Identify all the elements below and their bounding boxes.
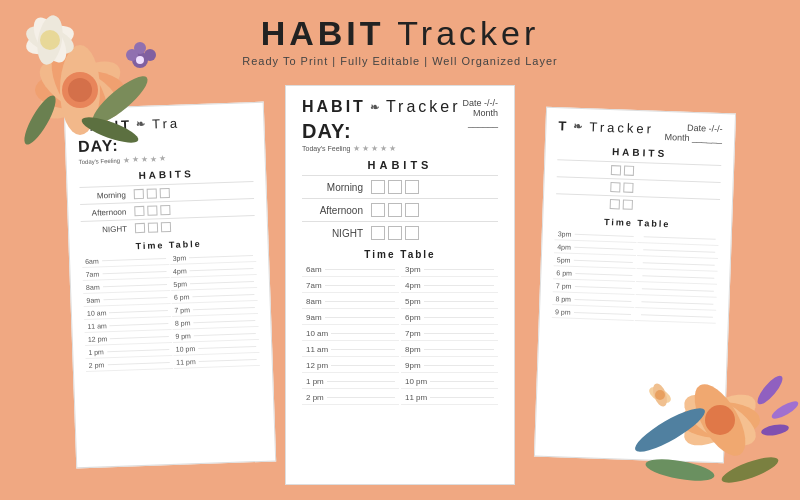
right-card: T ❧ Tracker Date -/-/- Month ______ HABI… <box>534 107 736 463</box>
center-habits-title: HABITS <box>302 159 498 171</box>
left-card-title: HABIT ❧ Tra <box>77 113 251 134</box>
heart-icon-right: ❧ <box>573 120 585 133</box>
time-cell: 12 pm <box>302 359 399 373</box>
left-habits-title: HABITS <box>79 166 253 183</box>
center-habit-night: NIGHT <box>302 221 498 244</box>
checkbox[interactable] <box>623 183 633 193</box>
time-cell: 6am <box>302 263 399 277</box>
time-cell: 4pm <box>401 279 498 293</box>
center-timetable-title: Time Table <box>302 249 498 260</box>
center-habit-morning: Morning <box>302 175 498 198</box>
center-time-grid: 6am 3pm 7am 4pm 8am 5pm 9am 6pm 10 am 7p… <box>302 263 498 405</box>
checkbox[interactable] <box>135 223 145 233</box>
left-card: HABIT ❧ Tra DAY: Today's Feeling ★★★★★ H… <box>64 102 276 469</box>
time-cell <box>634 309 716 324</box>
center-date-area: Date -/-/- Month ______ <box>461 98 498 128</box>
checkbox[interactable] <box>161 222 171 232</box>
checkbox[interactable] <box>405 203 419 217</box>
center-day-label: DAY: <box>302 120 461 143</box>
feeling-stars: ★★★★★ <box>123 154 166 164</box>
left-time-grid: 6am 3pm 7am 4pm 8am 5pm 9am 6 pm 10 am 7… <box>82 250 260 372</box>
time-cell: 8am <box>302 295 399 309</box>
time-cell: 10 am <box>302 327 399 341</box>
checkbox[interactable] <box>134 189 144 199</box>
time-cell: 1 pm <box>302 375 399 389</box>
time-cell: 11 am <box>302 343 399 357</box>
right-habits-title: HABITS <box>557 144 721 161</box>
time-cell: 7pm <box>401 327 498 341</box>
checkbox[interactable] <box>371 226 385 240</box>
right-header-row: T ❧ Tracker Date -/-/- Month ______ <box>558 118 723 144</box>
time-cell: 5pm <box>401 295 498 309</box>
checkbox[interactable] <box>134 206 144 216</box>
center-feeling-area: Today's Feeling ★★★★★ <box>302 144 461 153</box>
checkbox[interactable] <box>405 226 419 240</box>
page-title: HABIT Tracker <box>0 14 800 53</box>
heart-icon-center: ❧ <box>370 101 382 114</box>
checkbox[interactable] <box>147 205 157 215</box>
time-cell: 3pm <box>401 263 498 277</box>
right-time-grid: 3pm 4pm 5pm 6 pm 7 pm 8 pm 9 pm <box>552 228 719 324</box>
time-cell: 7am <box>302 279 399 293</box>
center-card: HABIT ❧ Tracker DAY: Today's Feeling ★★★… <box>285 85 515 485</box>
page-subtitle: Ready To Print | Fully Editable | Well O… <box>0 55 800 67</box>
checkbox[interactable] <box>388 203 402 217</box>
checkbox[interactable] <box>371 180 385 194</box>
right-date-area: Date -/-/- Month ______ <box>664 122 722 144</box>
center-card-title: HABIT ❧ Tracker <box>302 98 461 116</box>
checkbox[interactable] <box>148 222 158 232</box>
checkbox[interactable] <box>388 226 402 240</box>
time-cell: 10 pm <box>401 375 498 389</box>
checkbox[interactable] <box>405 180 419 194</box>
center-header-row: HABIT ❧ Tracker DAY: Today's Feeling ★★★… <box>302 98 498 153</box>
time-cell: 9pm <box>401 359 498 373</box>
checkbox[interactable] <box>160 188 170 198</box>
cards-container: HABIT ❧ Tra DAY: Today's Feeling ★★★★★ H… <box>0 75 800 500</box>
time-cell: 11 pm <box>401 391 498 405</box>
time-cell: 2 pm <box>86 357 173 372</box>
time-cell: 8pm <box>401 343 498 357</box>
main-header: HABIT Tracker Ready To Print | Fully Edi… <box>0 0 800 67</box>
right-card-title: T ❧ Tracker <box>558 118 654 136</box>
time-cell: 6pm <box>401 311 498 325</box>
checkbox[interactable] <box>388 180 402 194</box>
time-cell: 9 pm <box>552 306 634 321</box>
checkbox[interactable] <box>611 165 621 175</box>
checkbox[interactable] <box>371 203 385 217</box>
feeling-stars-center: ★★★★★ <box>353 144 396 153</box>
center-habit-afternoon: Afternoon <box>302 198 498 221</box>
time-cell: 9am <box>302 311 399 325</box>
checkbox[interactable] <box>160 205 170 215</box>
checkbox[interactable] <box>610 199 620 209</box>
checkbox[interactable] <box>147 188 157 198</box>
checkbox[interactable] <box>624 166 634 176</box>
time-cell: 2 pm <box>302 391 399 405</box>
heart-icon-left: ❧ <box>136 118 148 131</box>
time-cell: 11 pm <box>173 354 260 369</box>
checkbox[interactable] <box>623 200 633 210</box>
checkbox[interactable] <box>610 182 620 192</box>
